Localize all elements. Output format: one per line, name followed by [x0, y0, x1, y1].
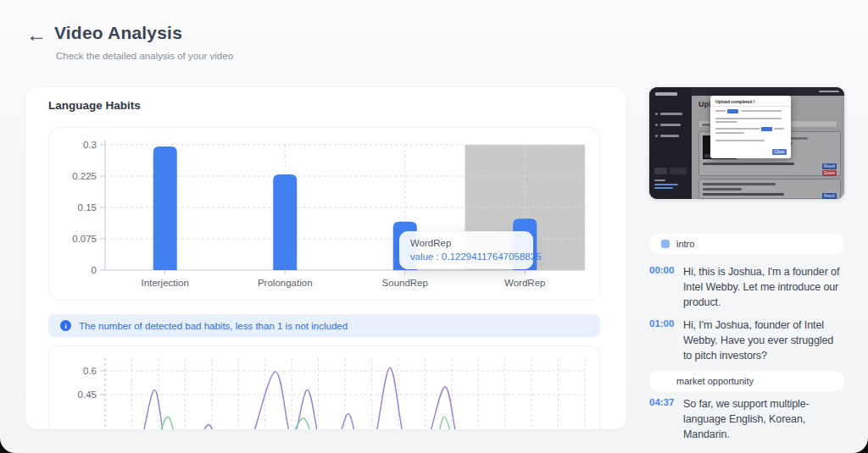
transcript-entry-00-00[interactable]: 00:00Hi, this is Joshua, I'm a founder o…	[649, 264, 844, 310]
y-tick-label: 0.225	[72, 171, 97, 181]
y-tick-label: 0	[92, 265, 97, 275]
section-title-language-habits: Language Habits	[48, 99, 141, 112]
tooltip-value: value : 0.12294117647058825	[410, 251, 522, 262]
chapter-chip-market-opportunity[interactable]: market opportunity	[649, 371, 844, 391]
thumb-modal-close-button: Close	[772, 149, 787, 155]
thumb-upload-completed-modal: Upload completed ! Close	[710, 96, 791, 158]
chapter-chip-intro[interactable]: intro	[649, 234, 844, 254]
transcript-timestamp[interactable]: 01:00	[649, 318, 678, 363]
line-chart-svg: 0.60.45	[49, 346, 599, 429]
info-icon: i	[60, 320, 71, 331]
transcript-timestamp[interactable]: 00:00	[649, 264, 678, 310]
chart-tooltip: WordRep value : 0.12294117647058825	[399, 231, 533, 269]
transcript-timestamp[interactable]: 04:37	[649, 396, 678, 442]
y-tick-label: 0.15	[78, 202, 97, 213]
x-tick-label: WordRep	[504, 278, 545, 288]
analysis-card: Language Habits 00.0750.150.2250.3Interj…	[25, 87, 626, 429]
transcript-text: Hi, I'm Joshua, founder of Intel Webby. …	[683, 318, 844, 363]
chapter-label: intro	[676, 239, 694, 249]
thumb-video-row-2: Result	[698, 179, 841, 199]
thumb-app-sidebar	[649, 87, 692, 199]
chapter-dot-icon	[661, 240, 670, 248]
thumb-result-button-2: Result	[822, 193, 837, 199]
y-tick-label: 0.45	[78, 389, 97, 400]
page-subtitle: Check the detailed analysis of your vide…	[56, 51, 233, 61]
info-banner-text: The number of detected bad habits, less …	[79, 321, 348, 331]
info-banner: i The number of detected bad habits, les…	[48, 314, 600, 337]
transcript-entry-04-37[interactable]: 04:37So far, we support multiple-languag…	[649, 396, 844, 442]
thumb-app-topbar	[692, 87, 844, 96]
transcript-list: intro00:00Hi, this is Joshua, I'm a foun…	[649, 234, 844, 442]
y-tick-label: 0.075	[72, 234, 97, 244]
bar-prolongation[interactable]	[273, 174, 297, 270]
bar-chart-svg: 00.0750.150.2250.3InterjectionProlongati…	[49, 128, 599, 300]
tooltip-category-label: WordRep	[410, 238, 522, 248]
x-tick-label: Interjection	[142, 278, 189, 288]
back-arrow-icon[interactable]: ←	[22, 22, 51, 47]
y-tick-label: 0.3	[83, 140, 97, 150]
line-chart-habit-timeline: 0.60.45	[48, 345, 600, 429]
habit-curve-purple	[105, 367, 585, 429]
transcript-text: Hi, this is Joshua, I'm a founder of Int…	[683, 264, 844, 310]
video-thumbnail[interactable]: Upload Vide Result Delete	[649, 87, 844, 199]
page-title: Video Analysis	[54, 23, 182, 43]
video-sidebar: Upload Vide Result Delete	[649, 87, 844, 442]
bar-interjection[interactable]	[153, 146, 177, 270]
transcript-entry-01-00[interactable]: 01:00Hi, I'm Joshua, founder of Intel We…	[649, 318, 844, 363]
video-analysis-page: ← Video Analysis Check the detailed anal…	[0, 0, 868, 453]
y-tick-label: 0.6	[83, 366, 97, 376]
transcript-text: So far, we support multiple-language Eng…	[683, 396, 844, 442]
thumb-result-button: Result	[822, 163, 837, 169]
bar-chart-language-habits: 00.0750.150.2250.3InterjectionProlongati…	[48, 127, 600, 301]
x-tick-label: SoundRep	[382, 278, 428, 288]
thumb-delete-button: Delete	[822, 170, 837, 176]
chapter-label: market opportunity	[676, 376, 754, 386]
thumb-modal-title: Upload completed !	[715, 99, 754, 104]
x-tick-label: Prolongation	[258, 278, 313, 288]
